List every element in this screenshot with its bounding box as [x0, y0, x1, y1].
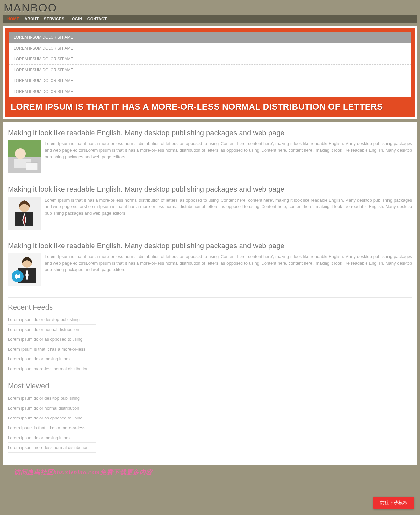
hero-headline: LOREM IPSUM IS THAT IT HAS A MORE-OR-LES… [9, 97, 411, 113]
article-heading: Making it look like readable English. Ma… [8, 129, 412, 137]
hero-tab[interactable]: LOREM IPSUM DOLOR SIT AME [9, 86, 411, 97]
hero-tab[interactable]: LOREM IPSUM DOLOR SIT AME [9, 43, 411, 54]
svg-rect-16 [17, 271, 19, 275]
nav-item-about[interactable]: ABOUT [22, 16, 41, 22]
list-item[interactable]: Lorem ipsum dolor desktop publishing [8, 315, 96, 325]
svg-rect-19 [20, 275, 23, 277]
list-item[interactable]: Lorem ipsum dolor desktop publishing [8, 394, 96, 403]
feed-link[interactable]: Lorem ipsum dolor making it look [8, 356, 71, 361]
article-body: Lorem Ipsum is that it has a more-or-les… [8, 253, 412, 273]
hero-tab[interactable]: LOREM IPSUM DOLOR SIT AME [9, 75, 411, 86]
nav-link[interactable]: SERVICES [44, 17, 64, 21]
site-logo[interactable]: MANBOO [3, 0, 417, 15]
list-item[interactable]: Lorem ipsum dolor as opposed to using [8, 334, 96, 344]
article: Making it look like readable English. Ma… [8, 238, 412, 294]
list-item[interactable]: Lorem ipsum more-less normal distributio… [8, 364, 96, 374]
nav-link[interactable]: HOME [7, 17, 19, 21]
feed-link[interactable]: Lorem ipsum more-less normal distributio… [8, 445, 89, 450]
hero-card: LOREM IPSUM DOLOR SIT AME LOREM IPSUM DO… [3, 26, 417, 119]
hero-tab[interactable]: LOREM IPSUM DOLOR SIT AME [9, 65, 411, 75]
content-area: Making it look like readable English. Ma… [3, 122, 417, 465]
nav-link[interactable]: CONTACT [87, 17, 107, 21]
feed-link[interactable]: Lorem ipsum dolor making it look [8, 435, 71, 440]
nav-item-services[interactable]: SERVICES [41, 16, 67, 22]
section-title: Most Viewed [8, 382, 412, 390]
article-thumb [8, 197, 41, 230]
list-item[interactable]: Lorem Ipsum is that it has a more-or-les… [8, 423, 96, 433]
article: Making it look like readable English. Ma… [8, 125, 412, 181]
nav-link[interactable]: ABOUT [24, 17, 39, 21]
feed-link[interactable]: Lorem ipsum dolor normal distribution [8, 406, 79, 411]
hero-tab-list: LOREM IPSUM DOLOR SIT AME LOREM IPSUM DO… [9, 32, 411, 97]
svg-rect-4 [26, 163, 38, 170]
hero-tab[interactable]: LOREM IPSUM DOLOR SIT AME [9, 32, 411, 43]
most-viewed-list: Lorem ipsum dolor desktop publishing Lor… [8, 394, 412, 453]
feed-link[interactable]: Lorem ipsum dolor normal distribution [8, 327, 79, 332]
list-item[interactable]: Lorem ipsum dolor normal distribution [8, 325, 96, 334]
list-item[interactable]: Lorem ipsum dolor making it look [8, 354, 96, 364]
nav-item-contact[interactable]: CONTACT [85, 16, 109, 22]
svg-rect-18 [12, 275, 15, 277]
nav-item-home[interactable]: HOME [5, 16, 22, 22]
hero-tab[interactable]: LOREM IPSUM DOLOR SIT AME [9, 54, 411, 65]
list-item[interactable]: Lorem Ipsum is that it has a more-or-les… [8, 344, 96, 354]
article-body: Lorem Ipsum is that it has a more-or-les… [8, 140, 412, 160]
recent-feeds-section: Recent Feeds Lorem ipsum dolor desktop p… [8, 303, 412, 374]
feed-link[interactable]: Lorem Ipsum is that it has a more-or-les… [8, 425, 85, 430]
hero-panel: LOREM IPSUM DOLOR SIT AME LOREM IPSUM DO… [4, 27, 416, 118]
most-viewed-section: Most Viewed Lorem ipsum dolor desktop pu… [8, 382, 412, 453]
article-thumb [8, 140, 41, 173]
list-item[interactable]: Lorem ipsum dolor normal distribution [8, 403, 96, 413]
nav-item-login[interactable]: LOGIN [67, 16, 85, 22]
svg-rect-17 [17, 278, 19, 281]
recent-feeds-list: Lorem ipsum dolor desktop publishing Lor… [8, 315, 412, 374]
feed-link[interactable]: Lorem ipsum dolor as opposed to using [8, 337, 83, 342]
main-nav: HOME ABOUT SERVICES LOGIN CONTACT [3, 15, 417, 23]
feed-link[interactable]: Lorem Ipsum is that it has a more-or-les… [8, 347, 85, 352]
svg-point-2 [15, 148, 26, 159]
article-heading: Making it look like readable English. Ma… [8, 242, 412, 250]
list-item[interactable]: Lorem ipsum dolor as opposed to using [8, 413, 96, 423]
article: Making it look like readable English. Ma… [8, 181, 412, 238]
article-thumb [8, 253, 41, 286]
list-item[interactable]: Lorem ipsum dolor making it look [8, 433, 96, 443]
divider [8, 297, 412, 298]
nav-link[interactable]: LOGIN [69, 17, 82, 21]
feed-link[interactable]: Lorem ipsum more-less normal distributio… [8, 366, 89, 371]
list-item[interactable]: Lorem ipsum more-less normal distributio… [8, 443, 96, 453]
feed-link[interactable]: Lorem ipsum dolor as opposed to using [8, 416, 83, 420]
nav-list: HOME ABOUT SERVICES LOGIN CONTACT [5, 16, 415, 22]
section-title: Recent Feeds [8, 303, 412, 311]
article-body: Lorem Ipsum is that it has a more-or-les… [8, 197, 412, 217]
article-heading: Making it look like readable English. Ma… [8, 185, 412, 194]
footer-banner: 访问血鸟社区bbs.xieniao.com免费下载更多内容 [3, 467, 417, 480]
feed-link[interactable]: Lorem ipsum dolor desktop publishing [8, 317, 80, 322]
feed-link[interactable]: Lorem ipsum dolor desktop publishing [8, 396, 80, 401]
